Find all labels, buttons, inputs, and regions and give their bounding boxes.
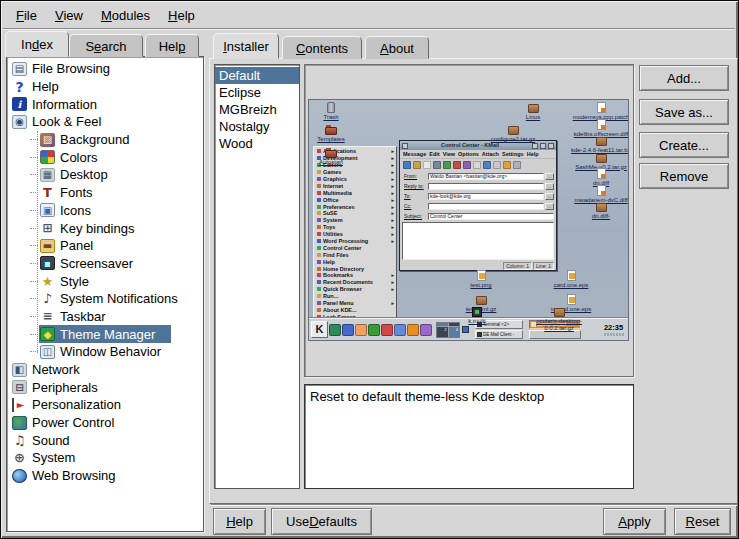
- tree-cell: Peripherals: [11, 378, 102, 396]
- kmenu-item-multimedia: Multimedia▸: [314, 189, 396, 196]
- kmenu-item-run: Run...: [314, 293, 396, 300]
- sidebar-item-look-feel[interactable]: Look & Feel: [7, 113, 203, 131]
- desktop-icon-templates: Templates: [308, 124, 361, 143]
- kmenu-item-suse: SuSE▸: [314, 210, 396, 217]
- kmenu-item-icon: [317, 308, 321, 312]
- kmenu-item-icon: [317, 205, 321, 209]
- tab-about[interactable]: About: [365, 36, 429, 59]
- kmenu-item-icon: [317, 191, 321, 195]
- image-icon: [477, 270, 486, 281]
- tab-contents[interactable]: Contents: [282, 36, 362, 59]
- pager-cell: 2: [437, 327, 448, 337]
- tree-cell: File Browsing: [11, 60, 114, 78]
- kmenu-item-icon: [317, 232, 321, 236]
- tree-cell: Key bindings: [39, 219, 138, 237]
- help-button[interactable]: Help: [213, 508, 266, 535]
- sidebar-item-file-browsing[interactable]: File Browsing: [7, 60, 203, 78]
- tab-installer[interactable]: Installer: [213, 33, 279, 59]
- kmenu-item-recent-documents: Recent Documents▸: [314, 279, 396, 286]
- sidebar-item-power-control[interactable]: Power Control: [7, 414, 203, 432]
- kmenu-item-label: Games: [323, 169, 391, 175]
- desktop-icon-linus: Linus: [503, 102, 563, 121]
- tab-help[interactable]: Help: [145, 34, 199, 57]
- desktop-icon-card-one-eps: card.one.eps: [541, 270, 601, 289]
- sidebar-item-information[interactable]: Information: [7, 95, 203, 113]
- remove-button[interactable]: Remove: [639, 163, 729, 189]
- power-control-icon: [12, 416, 27, 430]
- submenu-arrow-icon: ▸: [391, 162, 394, 168]
- background-icon: [40, 133, 55, 147]
- reset-button[interactable]: Reset: [674, 508, 731, 535]
- sidebar-item-help[interactable]: Help: [7, 78, 203, 96]
- kmenu-item-icon: [317, 280, 321, 284]
- pager-cell: 4: [449, 327, 460, 337]
- kmenu-item-icon: [317, 273, 321, 277]
- tree-cell: Sound: [11, 431, 74, 449]
- desktop-icon-label: k.multi: [447, 318, 507, 325]
- submenu-arrow-icon: ▸: [391, 300, 394, 306]
- create-button[interactable]: Create...: [639, 132, 729, 158]
- mail-toolbar-icon: [453, 161, 461, 169]
- tree-cell: Web Browsing: [11, 467, 120, 485]
- menubar-item-modules[interactable]: Modules: [92, 4, 159, 27]
- installer-panel: DefaultEclipseMGBreizhNostalgyWood Appli…: [209, 58, 738, 504]
- panel-launcher-icon: [329, 324, 341, 336]
- kmenu-item-internet: Internet▸: [314, 182, 396, 189]
- kmenu-item-icon: [317, 294, 321, 298]
- tab-search[interactable]: Search: [69, 34, 143, 57]
- sidebar-item-label: Taskbar: [60, 309, 106, 324]
- theme-list[interactable]: DefaultEclipseMGBreizhNostalgyWood: [214, 64, 300, 489]
- theme-list-item-wood[interactable]: Wood: [215, 135, 299, 152]
- sidebar-item-web-browsing[interactable]: Web Browsing: [7, 467, 203, 485]
- sidebar-item-sound[interactable]: Sound: [7, 431, 203, 449]
- kmenu-item-icon: [317, 177, 321, 181]
- menubar-item-help[interactable]: Help: [159, 4, 204, 27]
- theme-list-item-mgbreizh[interactable]: MGBreizh: [215, 101, 299, 118]
- submenu-arrow-icon: ▸: [391, 183, 394, 189]
- kmenu-item-icon: [317, 184, 321, 188]
- submenu-arrow-icon: ▸: [391, 148, 394, 154]
- submenu-arrow-icon: ▸: [391, 176, 394, 182]
- sidebar-item-peripherals[interactable]: Peripherals: [7, 378, 203, 396]
- panel-launcher-icon: [342, 324, 354, 336]
- kmenu-item-label: Home Directory: [323, 266, 394, 272]
- desktop-icon-dn-diff: dn.diff-: [571, 201, 629, 220]
- package-icon: [528, 104, 539, 113]
- pager-cell: [437, 323, 448, 327]
- sidebar-item-personalization[interactable]: Personalization: [7, 396, 203, 414]
- mail-field-row: Reply to:...: [402, 181, 554, 191]
- style-icon: [40, 274, 55, 288]
- kmenu-item-label: Preferences: [323, 204, 391, 210]
- tab-index[interactable]: Index: [5, 31, 69, 57]
- desktop-icon-label: Linus: [503, 114, 563, 121]
- sidebar-item-system[interactable]: System: [7, 449, 203, 467]
- kmenu-item-system: System▸: [314, 217, 396, 224]
- mail-toolbar-icon: [413, 161, 421, 169]
- theme-list-item-eclipse[interactable]: Eclipse: [215, 84, 299, 101]
- add-button[interactable]: Add...: [639, 65, 729, 91]
- tree-branch-line: [37, 131, 38, 353]
- mail-fields: From:Waldo Bastian <bastian@kde.org>...R…: [400, 171, 556, 221]
- screensaver-icon: [40, 256, 55, 270]
- sidebar-item-network[interactable]: Network: [7, 361, 203, 379]
- use-defaults-button[interactable]: Use Defaults: [271, 508, 372, 535]
- network-icon: [12, 363, 27, 377]
- window-behavior-icon: [40, 345, 55, 359]
- theme-list-item-default[interactable]: Default: [215, 67, 299, 84]
- submenu-arrow-icon: ▸: [391, 286, 394, 292]
- kmenu-item-label: Bookmarks: [323, 272, 391, 278]
- tree-cell: Style: [39, 272, 93, 290]
- kmenu-item-label: Panel Menu: [323, 300, 391, 306]
- menubar-item-view[interactable]: View: [46, 4, 92, 27]
- apply-button[interactable]: Apply: [603, 508, 666, 535]
- kmenu-item-home-directory: Home Directory: [314, 265, 396, 272]
- save-as-button[interactable]: Save as...: [639, 99, 729, 125]
- mail-field-label: To:: [402, 193, 428, 199]
- menubar-item-file[interactable]: File: [7, 4, 46, 27]
- theme-list-item-nostalgy[interactable]: Nostalgy: [215, 118, 299, 135]
- sidebar-item-label: Style: [60, 274, 89, 289]
- kmenu-item-toys: Toys▸: [314, 224, 396, 231]
- kmenu-item-label: Internet: [323, 183, 391, 189]
- kmenu-item-icon: [317, 287, 321, 291]
- submenu-arrow-icon: ▸: [391, 217, 394, 223]
